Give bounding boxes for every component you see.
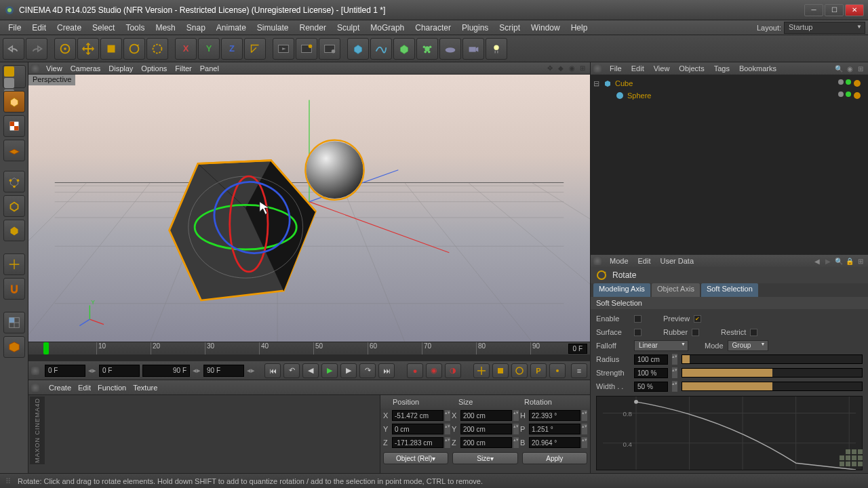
attr-menu-mode[interactable]: Mode [606,257,633,265]
attr-menu-userdata[interactable]: User Data [656,257,698,265]
menu-window[interactable]: Window [526,22,566,34]
end-frame-input[interactable] [203,365,244,377]
search-icon[interactable]: 🔍 [834,256,844,266]
preview-start-input[interactable] [99,365,140,377]
rot-h-input[interactable] [529,410,580,421]
size-x-input[interactable] [460,410,512,421]
pos-z-input[interactable] [392,437,443,448]
rotate-tool[interactable] [123,38,145,60]
scale-tool[interactable] [100,38,122,60]
nav-fwd-icon[interactable]: ▶ [823,256,833,266]
rot-b-input[interactable] [529,437,580,448]
environment-button[interactable] [439,38,461,60]
search-icon[interactable]: 🔍 [834,64,844,73]
material-panel[interactable]: MAXON CINEMA4D [28,395,380,473]
menu-file[interactable]: File [3,22,26,34]
deformer-button[interactable] [416,38,438,60]
record-button[interactable]: ● [407,363,423,378]
key-scale-button[interactable] [492,363,509,378]
panel-grip-icon[interactable] [31,367,39,375]
texture-mode-button[interactable] [3,115,25,137]
key-param-button[interactable]: P [530,363,547,378]
menu-sculpt[interactable]: Sculpt [332,22,365,34]
tree-toggle-icon[interactable]: ⊟ [593,79,600,88]
y-axis-button[interactable]: Y [198,38,220,60]
prev-key-button[interactable]: ↶ [283,363,300,378]
lock-icon[interactable]: 🔒 [845,256,854,266]
vp-menu-display[interactable]: Display [104,64,137,73]
size-mode-combo[interactable]: Size ▾ [452,452,517,464]
panel-menu-icon[interactable]: ⊞ [856,256,865,266]
mat-menu-create[interactable]: Create [49,384,71,392]
rubber-checkbox[interactable] [692,329,699,336]
viewport-split-button[interactable] [3,336,25,358]
key-rot-button[interactable] [511,363,528,378]
vp-max-icon[interactable]: ⊞ [578,64,587,73]
snap-button[interactable] [3,278,25,300]
maximize-button[interactable]: ☐ [825,4,844,16]
menu-mograph[interactable]: MoGraph [365,22,410,34]
menu-plugins[interactable]: Plugins [456,22,494,34]
render-dot-icon[interactable] [846,92,851,97]
render-view-button[interactable] [273,38,294,60]
panel-grip-icon[interactable] [31,64,39,73]
workplane-button[interactable] [3,140,25,161]
timeline-opts-button[interactable]: ≡ [571,363,587,378]
start-frame-input[interactable] [45,365,85,377]
render-settings-button[interactable] [319,38,340,60]
prev-frame-button[interactable]: ◀ [302,363,319,378]
obj-menu-bookmarks[interactable]: Bookmarks [735,64,781,73]
mat-menu-edit[interactable]: Edit [78,384,91,392]
phong-tag-icon[interactable] [853,92,861,100]
menu-create[interactable]: Create [52,22,87,34]
obj-menu-edit[interactable]: Edit [627,64,648,73]
edges-mode-button[interactable] [3,195,25,217]
select-tool[interactable] [54,38,76,60]
obj-menu-file[interactable]: File [606,64,626,73]
layout-select[interactable]: Startup [784,22,865,34]
restrict-checkbox[interactable] [750,329,757,336]
obj-menu-view[interactable]: View [650,64,674,73]
x-axis-button[interactable]: X [175,38,197,60]
menu-tools[interactable]: Tools [120,22,150,34]
attr-menu-edit[interactable]: Edit [634,257,655,265]
panel-grip-icon[interactable] [593,257,601,265]
spline-button[interactable] [370,38,392,60]
camera-button[interactable] [462,38,484,60]
model-mode-button[interactable] [3,91,25,113]
size-y-input[interactable] [460,424,512,434]
mat-menu-texture[interactable]: Texture [133,384,157,392]
mat-menu-function[interactable]: Function [98,384,126,392]
strength-slider[interactable] [682,368,863,378]
polygons-mode-button[interactable] [3,220,25,241]
object-tree[interactable]: ⊟ Cube └ Sphere [591,75,868,255]
vp-pan-icon[interactable]: ✥ [545,64,555,73]
generator-button[interactable] [393,38,415,60]
timeline[interactable]: 10 20 30 40 50 60 70 80 90 0 F [28,342,590,361]
falloff-combo[interactable]: Linear [634,340,688,351]
preview-end-input[interactable] [142,365,190,377]
autokey-button[interactable]: ◉ [426,363,442,378]
size-z-input[interactable] [460,437,512,448]
width-slider[interactable] [682,382,863,391]
z-axis-button[interactable]: Z [221,38,243,60]
key-pla-button[interactable] [549,363,566,378]
vp-menu-panel[interactable]: Panel [196,64,223,73]
vp-zoom-icon[interactable]: ◆ [556,64,566,73]
menu-select[interactable]: Select [87,22,120,34]
make-editable-button[interactable] [3,65,26,88]
viewport[interactable]: Perspective [28,75,590,342]
falloff-curve[interactable]: 0.8 0.4 [596,396,863,470]
panel-grip-icon[interactable] [31,384,39,392]
redo-button[interactable] [26,38,47,60]
vp-menu-view[interactable]: View [42,64,66,73]
menu-help[interactable]: Help [566,22,593,34]
panel-grip-icon[interactable] [593,64,601,73]
viewport-solo-button[interactable] [3,312,25,333]
coord-system-button[interactable] [244,38,266,60]
next-frame-button[interactable]: ▶ [340,363,357,378]
menu-edit[interactable]: Edit [26,22,52,34]
vp-menu-cameras[interactable]: Cameras [66,64,105,73]
move-tool[interactable] [77,38,99,60]
keyframe-sel-button[interactable]: ◑ [445,363,461,378]
